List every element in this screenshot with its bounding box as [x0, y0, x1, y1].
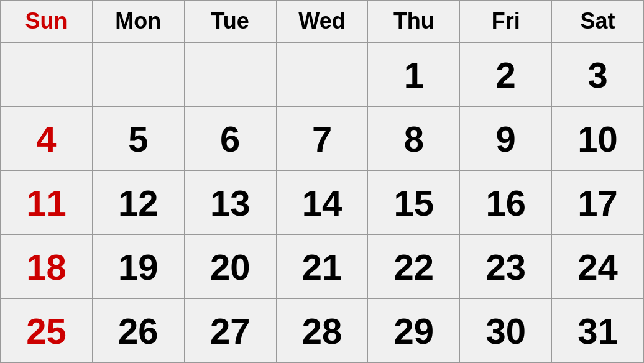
day-cell-23[interactable]: 23 [460, 235, 552, 298]
day-cell-12[interactable]: 12 [93, 171, 185, 234]
day-cell-25[interactable]: 25 [1, 299, 93, 362]
day-cell-21[interactable]: 21 [277, 235, 369, 298]
week-row-2: 45678910 [1, 107, 643, 171]
day-cell-10[interactable]: 10 [552, 107, 643, 170]
day-cell-24[interactable]: 24 [552, 235, 643, 298]
calendar-header-row: SunMonTueWedThuFriSat [1, 1, 643, 43]
day-cell-empty-3[interactable] [277, 43, 369, 106]
day-cell-empty-2[interactable] [185, 43, 277, 106]
day-cell-22[interactable]: 22 [368, 235, 460, 298]
header-wed: Wed [277, 1, 369, 42]
week-row-1: 123 [1, 43, 643, 107]
header-tue: Tue [185, 1, 277, 42]
day-cell-13[interactable]: 13 [185, 171, 277, 234]
day-cell-30[interactable]: 30 [460, 299, 552, 362]
day-cell-15[interactable]: 15 [368, 171, 460, 234]
day-cell-2[interactable]: 2 [460, 43, 552, 106]
day-cell-empty-1[interactable] [93, 43, 185, 106]
day-cell-27[interactable]: 27 [185, 299, 277, 362]
day-cell-6[interactable]: 6 [185, 107, 277, 170]
day-cell-14[interactable]: 14 [277, 171, 369, 234]
day-cell-empty-0[interactable] [1, 43, 93, 106]
calendar-body: 1234567891011121314151617181920212223242… [1, 43, 643, 362]
day-cell-19[interactable]: 19 [93, 235, 185, 298]
day-cell-31[interactable]: 31 [552, 299, 643, 362]
day-cell-9[interactable]: 9 [460, 107, 552, 170]
day-cell-20[interactable]: 20 [185, 235, 277, 298]
calendar: SunMonTueWedThuFriSat 123456789101112131… [0, 0, 644, 363]
header-thu: Thu [368, 1, 460, 42]
day-cell-7[interactable]: 7 [277, 107, 369, 170]
header-sun: Sun [1, 1, 93, 42]
day-cell-8[interactable]: 8 [368, 107, 460, 170]
day-cell-3[interactable]: 3 [552, 43, 643, 106]
header-mon: Mon [93, 1, 185, 42]
day-cell-5[interactable]: 5 [93, 107, 185, 170]
week-row-5: 25262728293031 [1, 299, 643, 362]
day-cell-16[interactable]: 16 [460, 171, 552, 234]
header-sat: Sat [552, 1, 643, 42]
day-cell-26[interactable]: 26 [93, 299, 185, 362]
day-cell-29[interactable]: 29 [368, 299, 460, 362]
week-row-3: 11121314151617 [1, 171, 643, 235]
day-cell-18[interactable]: 18 [1, 235, 93, 298]
day-cell-4[interactable]: 4 [1, 107, 93, 170]
day-cell-28[interactable]: 28 [277, 299, 369, 362]
day-cell-17[interactable]: 17 [552, 171, 643, 234]
week-row-4: 18192021222324 [1, 235, 643, 299]
day-cell-11[interactable]: 11 [1, 171, 93, 234]
header-fri: Fri [460, 1, 552, 42]
day-cell-1[interactable]: 1 [368, 43, 460, 106]
